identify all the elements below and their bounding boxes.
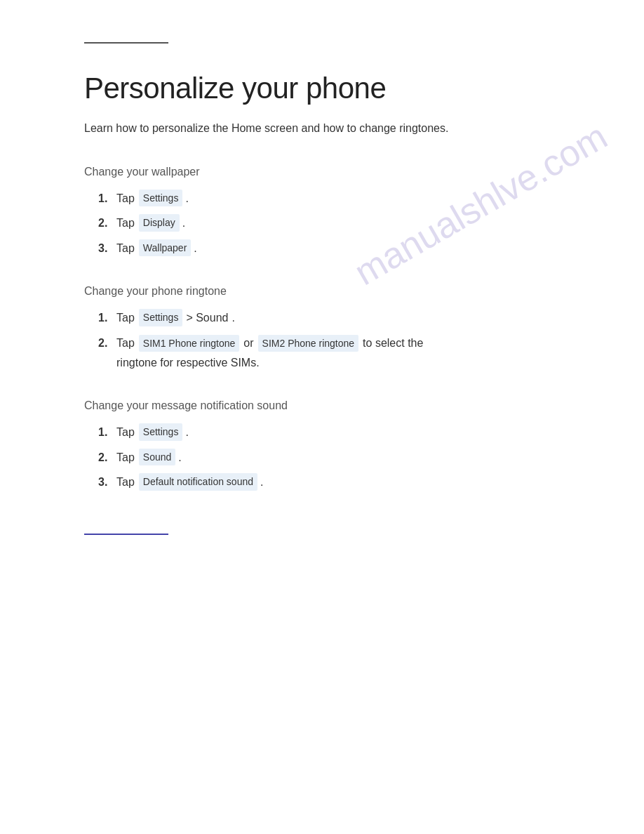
section-wallpaper: Change your wallpaper 1. Tap Settings . … — [84, 166, 574, 258]
section-notification-heading: Change your message notification sound — [84, 399, 574, 412]
notification-step-3: 3. Tap Default notification sound . — [98, 473, 574, 491]
notification-step-1: 1. Tap Settings . — [98, 423, 574, 442]
step-tap-text: Tap — [116, 449, 135, 467]
wallpaper-step-2: 2. Tap Display . — [98, 214, 574, 232]
settings-tag: Settings — [139, 423, 183, 440]
sound-tag: Sound — [139, 449, 175, 465]
bottom-divider — [84, 534, 168, 535]
page-container: Personalize your phone Learn how to pers… — [0, 0, 644, 834]
step-suffix: . — [260, 473, 263, 491]
step-number: 3. — [98, 473, 112, 491]
step-suffix: . — [178, 449, 181, 467]
step-tap-text: Tap — [116, 423, 135, 442]
step-number: 2. — [98, 214, 112, 232]
arrow-text: > Sound — [186, 309, 228, 327]
settings-tag: Settings — [139, 190, 183, 206]
section-wallpaper-heading: Change your wallpaper — [84, 166, 574, 178]
settings-tag: Settings — [139, 309, 183, 326]
ringtone-line2-text: ringtone for respective SIMs. — [116, 357, 260, 369]
step-suffix: . — [232, 309, 234, 327]
step-suffix: . — [182, 214, 185, 232]
ringtone-step-2: 2. Tap SIM1 Phone ringtone or SIM2 Phone… — [98, 334, 574, 371]
step-number: 1. — [98, 423, 112, 442]
step-tap-text: Tap — [116, 334, 135, 352]
page-subtitle: Learn how to personalize the Home screen… — [84, 119, 533, 138]
wallpaper-steps: 1. Tap Settings . 2. Tap Display . 3. Ta… — [98, 190, 574, 258]
section-ringtone-heading: Change your phone ringtone — [84, 285, 574, 298]
display-tag: Display — [139, 214, 180, 231]
step-line-2: ringtone for respective SIMs. — [116, 354, 260, 372]
wallpaper-step-3: 3. Tap Wallpaper . — [98, 239, 574, 258]
ringtone-step-1: 1. Tap Settings > Sound . — [98, 309, 574, 327]
step-tap-text: Tap — [116, 239, 135, 258]
step-suffix: . — [185, 423, 188, 442]
step-number: 2. — [98, 334, 112, 352]
wallpaper-tag: Wallpaper — [139, 239, 192, 256]
step-line-1: 2. Tap SIM1 Phone ringtone or SIM2 Phone… — [98, 334, 426, 352]
default-notification-tag: Default notification sound — [139, 473, 257, 490]
step-suffix: . — [185, 190, 188, 208]
step-suffix: . — [194, 239, 196, 258]
step-number: 1. — [98, 309, 112, 327]
or-text: or — [243, 334, 253, 352]
step-number: 3. — [98, 239, 112, 258]
step-tap-text: Tap — [116, 473, 135, 491]
step-number: 2. — [98, 449, 112, 467]
sim2-tag: SIM2 Phone ringtone — [258, 335, 359, 352]
wallpaper-step-1: 1. Tap Settings . — [98, 190, 574, 208]
ringtone-steps: 1. Tap Settings > Sound . 2. Tap SIM1 Ph… — [98, 309, 574, 371]
step-number: 1. — [98, 190, 112, 208]
notification-steps: 1. Tap Settings . 2. Tap Sound . 3. Tap … — [98, 423, 574, 491]
page-title: Personalize your phone — [84, 72, 574, 105]
section-ringtone: Change your phone ringtone 1. Tap Settin… — [84, 285, 574, 371]
step-tap-text: Tap — [116, 309, 135, 327]
step-tap-text: Tap — [116, 190, 135, 208]
top-divider — [84, 42, 168, 44]
sim1-tag: SIM1 Phone ringtone — [139, 335, 240, 352]
section-notification: Change your message notification sound 1… — [84, 399, 574, 491]
step-tap-text: Tap — [116, 214, 135, 232]
to-select-text: to select the — [363, 334, 423, 352]
notification-step-2: 2. Tap Sound . — [98, 449, 574, 467]
